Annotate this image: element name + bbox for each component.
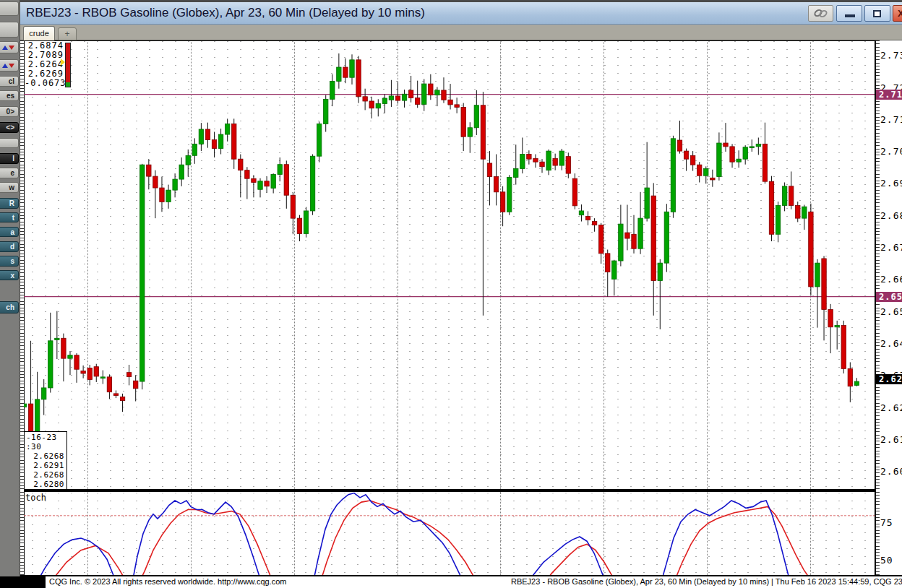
candle-body[interactable] (408, 90, 413, 98)
candle-body[interactable] (776, 205, 780, 234)
sidebar-button-d[interactable]: d (0, 241, 19, 252)
candle-body[interactable] (559, 151, 564, 165)
candle-body[interactable] (455, 105, 459, 108)
candle-body[interactable] (179, 165, 184, 179)
candle-body[interactable] (822, 259, 826, 309)
candle-body[interactable] (520, 155, 525, 169)
sidebar-button-e[interactable]: e (0, 168, 19, 178)
candle-body[interactable] (271, 174, 275, 188)
candle-body[interactable] (507, 177, 511, 212)
minimize-button[interactable] (836, 5, 862, 22)
candle-body[interactable] (828, 309, 833, 327)
candle-body[interactable] (500, 192, 504, 212)
candle-body[interactable] (697, 165, 702, 176)
candle-body[interactable] (205, 129, 210, 140)
candle-body[interactable] (186, 155, 190, 165)
candle-body[interactable] (487, 163, 491, 177)
candle-body[interactable] (598, 225, 603, 253)
sidebar-button-r[interactable]: R (0, 198, 19, 209)
candle-body[interactable] (239, 159, 243, 170)
add-tab-button[interactable]: + (58, 27, 77, 40)
candle-body[interactable] (435, 90, 439, 95)
sidebar-button-l[interactable]: l (0, 153, 19, 164)
candle-body[interactable] (324, 99, 328, 124)
candle-body[interactable] (585, 216, 590, 220)
candle-body[interactable] (579, 211, 583, 215)
candle-body[interactable] (671, 139, 675, 212)
candle-body[interactable] (382, 98, 387, 104)
candle-body[interactable] (723, 143, 728, 147)
candle-body[interactable] (94, 367, 98, 376)
candle-body[interactable] (704, 168, 708, 176)
candle-body[interactable] (258, 181, 262, 190)
candle-body[interactable] (429, 84, 433, 95)
candle-body[interactable] (376, 104, 380, 108)
candle-body[interactable] (356, 60, 361, 97)
candle-body[interactable] (113, 394, 118, 396)
candle-body[interactable] (494, 177, 498, 192)
sidebar-toolbar-stub-2[interactable] (0, 22, 19, 38)
candle-body[interactable] (743, 147, 747, 159)
candle-body[interactable] (100, 377, 105, 379)
sidebar-button-s[interactable]: s (0, 256, 19, 267)
candle-body[interactable] (48, 341, 53, 388)
candle-body[interactable] (664, 212, 669, 263)
candle-body[interactable] (212, 140, 216, 149)
candle-body[interactable] (245, 170, 249, 179)
candle-body[interactable] (448, 100, 452, 105)
candle-body[interactable] (442, 90, 446, 100)
candle-body[interactable] (42, 388, 46, 399)
candle-body[interactable] (225, 124, 229, 134)
candle-body[interactable] (632, 234, 636, 248)
sidebar-button-w[interactable]: w (0, 182, 19, 193)
maximize-button[interactable] (864, 5, 890, 22)
candle-body[interactable] (546, 151, 551, 170)
candle-body[interactable] (343, 67, 348, 77)
candle-body[interactable] (317, 124, 321, 156)
tab-crude[interactable]: crude (23, 26, 55, 40)
candle-body[interactable] (389, 96, 393, 100)
candle-body[interactable] (684, 151, 688, 159)
candle-body[interactable] (140, 165, 145, 381)
candle-body[interactable] (199, 129, 203, 144)
candle-body[interactable] (796, 205, 800, 218)
candle-body[interactable] (809, 212, 813, 287)
candle-body[interactable] (625, 233, 630, 238)
candle-body[interactable] (566, 157, 570, 173)
candle-body[interactable] (841, 326, 846, 369)
candle-body[interactable] (606, 254, 610, 272)
sidebar-button-cl[interactable]: cl (0, 76, 19, 87)
candle-body[interactable] (350, 60, 354, 77)
candle-body[interactable] (74, 355, 79, 369)
candle-body[interactable] (55, 338, 59, 340)
candle-body[interactable] (815, 263, 820, 287)
sidebar-scale-arrows-2[interactable] (0, 59, 19, 72)
candle-body[interactable] (730, 147, 734, 162)
candle-body[interactable] (265, 181, 269, 186)
candle-body[interactable] (651, 196, 656, 280)
sidebar-button-blank[interactable] (0, 138, 19, 148)
candle-body[interactable] (232, 124, 236, 159)
candle-body[interactable] (474, 105, 478, 128)
candle-body[interactable] (658, 263, 662, 280)
candle-body[interactable] (461, 107, 465, 137)
candle-body[interactable] (147, 165, 151, 176)
sidebar-toolbar-stub-1[interactable] (0, 1, 19, 16)
candle-body[interactable] (854, 381, 859, 385)
candle-body[interactable] (120, 397, 124, 400)
candle-body[interactable] (126, 373, 131, 377)
sidebar-button-t[interactable]: t (0, 212, 19, 222)
candle-body[interactable] (802, 207, 807, 218)
sidebar-button-x[interactable]: x (0, 270, 19, 280)
candle-body[interactable] (769, 181, 773, 234)
candle-body[interactable] (533, 158, 538, 162)
sidebar-button-expand[interactable]: <> (0, 122, 19, 133)
candle-body[interactable] (218, 134, 223, 148)
candle-body[interactable] (28, 404, 33, 431)
candle-body[interactable] (369, 101, 374, 108)
candle-body[interactable] (278, 165, 282, 175)
candle-body[interactable] (416, 98, 420, 105)
candle-body[interactable] (252, 178, 256, 182)
candle-body[interactable] (310, 156, 314, 211)
candle-body[interactable] (35, 399, 39, 431)
